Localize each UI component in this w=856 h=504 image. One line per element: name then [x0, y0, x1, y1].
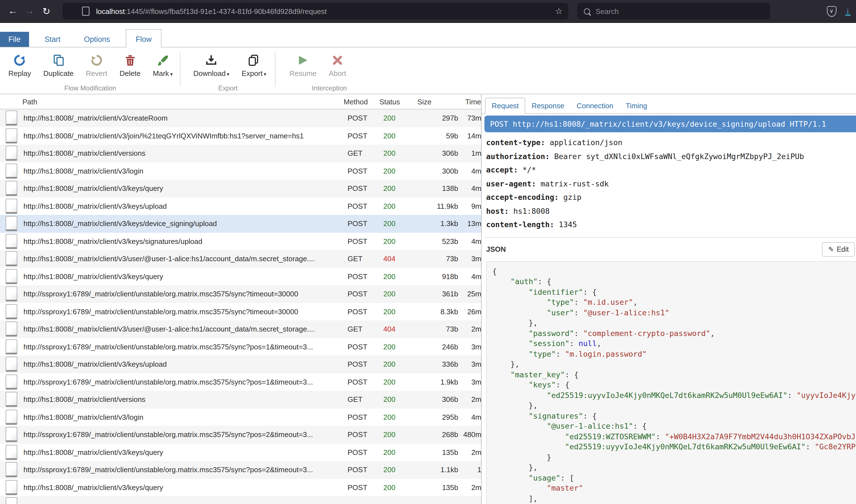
downloads-icon[interactable]: ↓ — [845, 7, 851, 16]
flow-path: http://ssproxy1:6789/_matrix/client/unst… — [23, 378, 347, 386]
export-button[interactable]: Export▾ — [236, 52, 272, 79]
flow-row[interactable]: http://ssproxy1:6789/_matrix/client/unst… — [0, 338, 481, 356]
json-token-p: ], — [529, 494, 538, 503]
flow-row[interactable]: http://ssproxy1:6789/_matrix/client/unst… — [0, 461, 481, 479]
header-line: authorization: Bearer syt_dXNlci0xLWFsaW… — [486, 151, 856, 165]
flow-row[interactable]: http://hs1:8008/_matrix/client/v3/user/@… — [0, 250, 481, 268]
header-name: authorization: — [486, 151, 550, 160]
flow-time: 3ms — [458, 343, 482, 351]
flow-row[interactable]: http://hs1:8008/_matrix/client/v3/user/@… — [0, 320, 481, 338]
tab-response[interactable]: Response — [526, 98, 570, 113]
document-icon — [5, 111, 17, 126]
json-token-p: }, — [529, 401, 538, 410]
flow-row[interactable]: http://hs1:8008/_matrix/client/v3/keys/q… — [0, 180, 481, 197]
document-icon — [5, 392, 17, 407]
flow-status: 200 — [383, 466, 413, 474]
flow-status: 200 — [383, 220, 413, 228]
json-line: ], — [492, 493, 856, 503]
search-bar[interactable]: Search — [577, 3, 770, 20]
flow-time: 9ms — [458, 202, 482, 211]
page-info-icon[interactable] — [82, 7, 89, 16]
flow-row[interactable]: http://hs1:8008/_matrix/client/versionsG… — [0, 391, 481, 408]
flow-row[interactable]: http://hs1:8008/_matrix/client/v3/keys/d… — [0, 215, 481, 232]
flow-status: 200 — [383, 483, 413, 492]
flow-row[interactable]: http://hs1:8008/_matrix/client/v3/keys/q… — [0, 444, 481, 461]
replay-button[interactable]: Replay — [2, 52, 37, 79]
flow-row[interactable]: http://hs1:8008/_matrix/client/versionsG… — [0, 145, 481, 162]
brush-icon — [157, 53, 169, 68]
header-value: Bearer syt_dXNlci0xLWFsaWNl_eQfgkZywoiMg… — [550, 151, 804, 160]
flow-path: http://hs1:8008/_matrix/client/v3/join/%… — [23, 132, 347, 140]
tab-timing[interactable]: Timing — [620, 98, 653, 113]
flow-time: 4ms — [458, 413, 482, 421]
tracking-shield-icon[interactable] — [68, 7, 75, 15]
flow-row[interactable]: http://hs1:8008/_matrix/client/v3/join/%… — [0, 127, 481, 145]
duplicate-button[interactable]: Duplicate — [37, 52, 80, 79]
flow-size: 135b — [413, 448, 458, 456]
flow-status: 200 — [383, 290, 413, 298]
revert-button[interactable]: Revert — [80, 52, 114, 79]
json-line: "user": "@user-1-alice:hs1" — [492, 307, 856, 318]
tab-connection[interactable]: Connection — [570, 98, 620, 113]
url-text[interactable]: localhost:1445/#/flows/fba5f13d-91e1-437… — [96, 7, 551, 15]
flow-size: 138b — [413, 184, 458, 193]
flow-row[interactable]: http://ssproxy1:6789/_matrix/client/unst… — [0, 285, 481, 303]
flow-row[interactable]: http://hs1:8008/_matrix/client/v3/keys/s… — [0, 232, 481, 250]
flow-row[interactable]: http://hs1:8008/_matrix/client/v3/keys/u… — [0, 197, 481, 215]
json-token-p: : — [574, 298, 583, 306]
resume-button[interactable]: Resume — [283, 52, 323, 79]
menu-bar: File Start Options Flow — [0, 23, 856, 48]
column-size: Size — [410, 97, 454, 106]
json-token-p: : — [569, 339, 579, 348]
back-icon[interactable]: ← — [4, 5, 21, 17]
flow-path: http://hs1:8008/_matrix/client/v3/keys/q… — [23, 448, 347, 456]
json-token-k: "session" — [529, 339, 569, 348]
flow-path: http://hs1:8008/_matrix/client/v3/login — [23, 167, 347, 175]
flow-row[interactable]: http://ssproxy1:6789/_matrix/client/unst… — [0, 373, 481, 391]
x-icon — [332, 53, 343, 68]
copy-icon — [248, 53, 260, 68]
json-token-p: }, — [529, 463, 538, 472]
forward-icon[interactable]: → — [21, 5, 38, 17]
flow-path: http://hs1:8008/_matrix/client/v3/create… — [23, 114, 347, 123]
flow-size: 297b — [413, 114, 458, 123]
request-first-line[interactable]: POST http://hs1:8008/_matrix/client/v3/k… — [484, 115, 856, 132]
flow-row[interactable]: http://hs1:8008/_matrix/client/v3/keys/q… — [0, 479, 481, 496]
abort-button[interactable]: Abort — [323, 52, 352, 79]
download-button[interactable]: Download▾ — [187, 52, 236, 79]
flow-row[interactable]: http://ssproxy1:6789/_matrix/client/unst… — [0, 303, 481, 320]
header-name: accept-encoding: — [486, 193, 559, 201]
content-view-label: JSON — [486, 245, 506, 253]
bookmark-star-icon[interactable]: ☆ — [555, 6, 563, 16]
column-status: Status — [379, 97, 410, 106]
flow-row[interactable]: http://hs1:8008/_matrix/client/v3/loginP… — [0, 162, 481, 180]
json-body-view[interactable]: { "auth": { "identifier": { "type": "m.i… — [486, 261, 856, 504]
edit-button[interactable]: ✎Edit — [822, 242, 855, 256]
extension-shield-icon[interactable]: ∨ — [827, 6, 836, 16]
json-token-p: : — [656, 432, 665, 440]
menu-flow-active-tab[interactable]: Flow — [126, 29, 162, 48]
flow-row[interactable]: http://hs1:8008/_matrix/client/v3/create… — [0, 109, 481, 127]
flow-size: 361b — [413, 290, 458, 298]
flow-row[interactable] — [0, 496, 481, 504]
mark-button[interactable]: Mark▾ — [147, 52, 179, 79]
delete-button[interactable]: Delete — [114, 52, 147, 79]
flow-time: 2ms — [458, 395, 482, 404]
flow-row[interactable]: http://ssproxy1:6789/_matrix/client/unst… — [0, 426, 481, 444]
json-token-k: "ed25519:uyyvIoJe4Kjy0nMKQeL7dt6kamRK2w5… — [565, 442, 806, 451]
flow-row[interactable]: http://hs1:8008/_matrix/client/v3/keys/q… — [0, 268, 481, 285]
json-line: "master_key": { — [492, 369, 856, 380]
flow-row[interactable]: http://hs1:8008/_matrix/client/v3/loginP… — [0, 408, 481, 426]
edit-pencil-icon: ✎ — [828, 245, 834, 253]
flow-path: http://hs1:8008/_matrix/client/v3/keys/d… — [23, 220, 347, 228]
reload-icon[interactable]: ↻ — [38, 5, 55, 17]
menu-options[interactable]: Options — [76, 32, 118, 47]
header-value: matrix-rust-sdk — [536, 179, 609, 188]
menu-file[interactable]: File — [0, 32, 29, 47]
json-token-p: : { — [556, 380, 570, 389]
url-bar[interactable]: localhost:1445/#/flows/fba5f13d-91e1-437… — [63, 3, 568, 20]
flow-row[interactable]: http://hs1:8008/_matrix/client/v3/keys/u… — [0, 356, 481, 373]
download-icon — [205, 53, 217, 68]
tab-request[interactable]: Request — [485, 98, 526, 114]
menu-start[interactable]: Start — [37, 32, 68, 47]
